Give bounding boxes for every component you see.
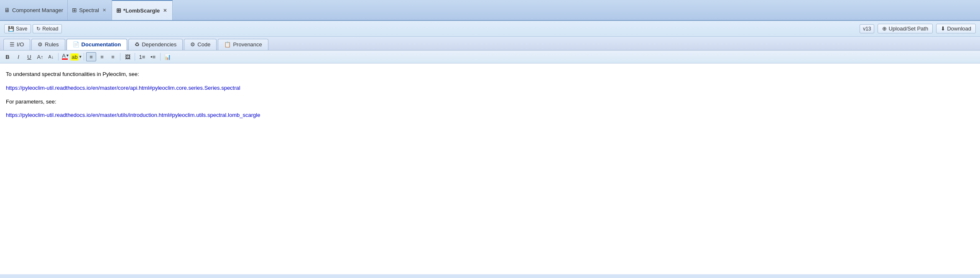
content-line1: To understand spectral functionalities i… [6,70,974,79]
spectral-tab-icon: ⊞ [72,7,77,13]
editor-content[interactable]: To understand spectral functionalities i… [0,63,980,274]
underline-label: U [27,54,31,60]
ordered-list-button[interactable]: 1≡ [137,52,147,61]
documentation-icon: 📄 [73,41,79,48]
version-badge: v13 [860,24,874,33]
code-label: Code [197,41,210,48]
dependencies-label: Dependencies [142,41,176,48]
upload-label: Upload/Set Path [888,25,928,32]
align-right-button[interactable]: ≡ [108,52,118,61]
table-icon: 📊 [164,54,171,60]
content-line2: For parameters, see: [6,98,974,106]
tab-label-component-manager: Component Manager [12,7,63,13]
bold-label: B [5,54,9,60]
content-link1-anchor[interactable]: https://pyleoclim-util.readthedocs.io/en… [6,85,240,91]
lombscargle-tab-close[interactable]: ✕ [162,8,168,14]
tab-label-lombscargle: *LombScargle [123,8,160,14]
grow-text-button[interactable]: A↑ [35,52,45,61]
separator-1 [58,53,59,61]
section-tabs: ☰ I/O ⚙ Rules 📄 Documentation ♻ Dependen… [0,37,980,51]
tab-spectral[interactable]: ⊞ Spectral ✕ [68,0,112,20]
toolbar-right: v13 ⊕ Upload/Set Path ⬇ Download [860,24,976,33]
save-label: Save [16,26,27,32]
unordered-list-icon: •≡ [151,54,156,60]
unordered-list-button[interactable]: •≡ [148,52,158,61]
upload-icon: ⊕ [882,25,887,32]
tab-bar: 🖥 Component Manager ⊞ Spectral ✕ ⊞ *Lomb… [0,0,980,21]
download-button[interactable]: ⬇ Download [936,24,976,33]
tab-dependencies[interactable]: ♻ Dependencies [128,39,183,50]
documentation-label: Documentation [82,41,121,48]
align-center-icon: ≡ [100,54,104,60]
download-label: Download [947,25,971,32]
highlight-label: ab [71,53,78,61]
separator-2 [84,53,84,61]
color-indicator [62,58,68,60]
align-center-button[interactable]: ≡ [97,52,107,61]
content-link2-anchor[interactable]: https://pyleoclim-util.readthedocs.io/en… [6,112,260,118]
align-right-icon: ≡ [111,54,115,60]
toolbar-left: 💾 Save ↻ Reload [4,24,62,33]
underline-button[interactable]: U [24,52,34,61]
toolbar: 💾 Save ↻ Reload v13 ⊕ Upload/Set Path ⬇ … [0,21,980,37]
ordered-list-icon: 1≡ [139,54,145,60]
tab-io[interactable]: ☰ I/O [3,39,30,50]
tab-code[interactable]: ⚙ Code [184,39,217,50]
content-link1: https://pyleoclim-util.readthedocs.io/en… [6,84,974,93]
editor-toolbar: B I U A↑ A↓ A ▼ ab ▼ ≡ ≡ ≡ 🖼 1≡ •≡ 📊 [0,51,980,63]
reload-icon: ↻ [36,26,41,32]
reload-button[interactable]: ↻ Reload [33,24,62,33]
tab-rules[interactable]: ⚙ Rules [31,39,65,50]
save-icon: 💾 [8,26,14,32]
font-color-dropdown-icon: ▼ [66,53,69,58]
separator-4 [135,53,135,61]
spectral-tab-close[interactable]: ✕ [101,7,107,13]
shrink-text-label: A↓ [48,54,54,59]
table-button[interactable]: 📊 [163,52,173,61]
content-link2: https://pyleoclim-util.readthedocs.io/en… [6,111,974,120]
io-label: I/O [17,41,24,48]
separator-5 [160,53,161,61]
editor-area: B I U A↑ A↓ A ▼ ab ▼ ≡ ≡ ≡ 🖼 1≡ •≡ 📊 To … [0,51,980,274]
shrink-text-button[interactable]: A↓ [46,52,56,61]
tab-provenance[interactable]: 📋 Provenance [218,39,268,50]
provenance-icon: 📋 [224,41,231,48]
tab-lombscargle[interactable]: ⊞ *LombScargle ✕ [112,0,173,20]
reload-label: Reload [42,26,58,32]
highlight-dropdown-icon: ▼ [79,55,82,59]
align-left-icon: ≡ [89,54,93,60]
tab-label-spectral: Spectral [79,7,99,13]
font-color-button[interactable]: A ▼ [61,52,71,61]
dependencies-icon: ♻ [135,41,140,48]
tab-documentation[interactable]: 📄 Documentation [66,39,128,50]
bold-button[interactable]: B [3,52,13,61]
rules-label: Rules [45,41,59,48]
tab-component-manager[interactable]: 🖥 Component Manager [0,0,68,20]
provenance-label: Provenance [233,41,262,48]
align-left-button[interactable]: ≡ [86,52,96,61]
insert-image-button[interactable]: 🖼 [122,52,133,61]
highlight-button[interactable]: ab ▼ [71,52,82,61]
font-color-label: A [62,53,66,59]
grow-text-label: A↑ [37,54,43,60]
component-manager-icon: 🖥 [4,7,10,13]
rules-icon: ⚙ [38,41,43,48]
code-icon: ⚙ [190,41,195,48]
separator-3 [120,53,120,61]
insert-image-icon: 🖼 [125,54,130,60]
download-icon: ⬇ [941,25,945,32]
italic-button[interactable]: I [13,52,23,61]
italic-label: I [18,54,19,60]
save-button[interactable]: 💾 Save [4,24,31,33]
io-icon: ☰ [10,41,15,48]
upload-button[interactable]: ⊕ Upload/Set Path [878,24,933,33]
lombscargle-tab-icon: ⊞ [116,7,121,14]
